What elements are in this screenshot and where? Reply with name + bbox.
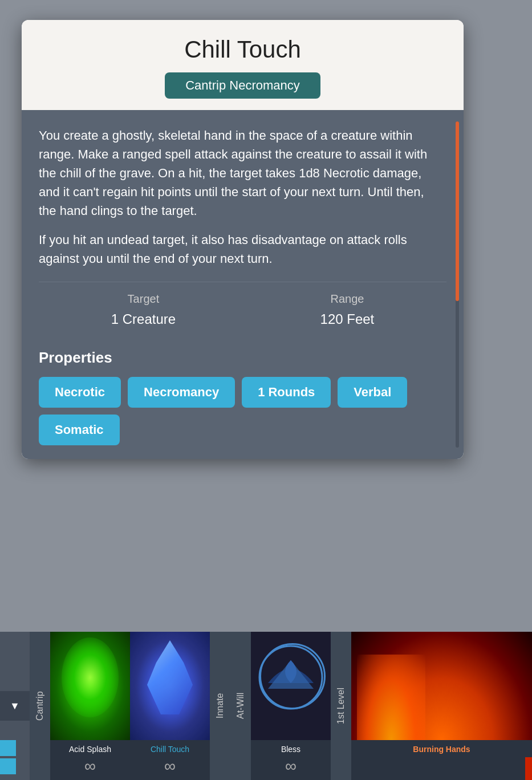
target-label: Target xyxy=(111,292,176,306)
spell-description: You create a ghostly, skeletal hand in t… xyxy=(39,126,446,268)
target-stat: Target 1 Creature xyxy=(111,292,176,327)
dropdown-icon: ▼ xyxy=(10,700,20,712)
spell-card-burning-hands[interactable]: Burning Hands xyxy=(351,632,532,780)
acid-splash-image xyxy=(50,632,130,740)
section-label-innate: Innate xyxy=(210,632,230,780)
description-area: You create a ghostly, skeletal hand in t… xyxy=(39,126,446,282)
description-paragraph-1: You create a ghostly, skeletal hand in t… xyxy=(39,126,435,220)
blue-square-1[interactable] xyxy=(0,740,16,756)
chill-touch-image xyxy=(130,632,210,740)
scrollbar-thumb[interactable] xyxy=(456,121,459,301)
blue-squares xyxy=(0,740,16,774)
section-label-atwill: At-Will xyxy=(230,632,251,780)
tag-necrotic[interactable]: Necrotic xyxy=(39,377,121,408)
acid-splash-name: Acid Splash xyxy=(69,745,111,754)
target-value: 1 Creature xyxy=(111,311,176,327)
modal-header: Chill Touch Cantrip Necromancy xyxy=(22,20,464,110)
chill-touch-uses: ∞ xyxy=(164,757,176,775)
svg-point-0 xyxy=(259,646,322,709)
spell-title: Chill Touch xyxy=(33,36,452,63)
bless-uses: ∞ xyxy=(285,757,297,775)
spell-modal: Chill Touch Cantrip Necromancy You creat… xyxy=(22,20,464,459)
blue-square-2[interactable] xyxy=(0,758,16,774)
burning-hands-info: Burning Hands xyxy=(351,740,532,780)
section-label-1stlevel: 1st Level xyxy=(331,632,351,780)
range-stat: Range 120 Feet xyxy=(320,292,375,327)
properties-tags: Necrotic Necromancy 1 Rounds Verbal Soma… xyxy=(39,377,446,445)
acid-splash-uses: ∞ xyxy=(84,757,96,775)
chill-touch-name: Chill Touch xyxy=(151,745,189,754)
range-value: 120 Feet xyxy=(320,311,375,327)
acid-splash-info: Acid Splash ∞ xyxy=(50,740,130,780)
range-label: Range xyxy=(320,292,375,306)
description-paragraph-2: If you hit an undead target, it also has… xyxy=(39,230,435,268)
spell-tabs-container: Cantrip Acid Splash ∞ Chill Touch ∞ Inna… xyxy=(30,632,532,780)
modal-body: You create a ghostly, skeletal hand in t… xyxy=(22,110,464,459)
tag-somatic[interactable]: Somatic xyxy=(39,415,120,445)
spell-card-acid-splash[interactable]: Acid Splash ∞ xyxy=(50,632,130,780)
stats-row: Target 1 Creature Range 120 Feet xyxy=(39,282,446,343)
bless-info: Bless ∞ xyxy=(251,740,331,780)
properties-title: Properties xyxy=(39,349,446,367)
tag-necromancy[interactable]: Necromancy xyxy=(128,377,235,408)
burning-hands-image xyxy=(351,632,532,740)
bottom-bar: ▼ Cantrip Acid Splash ∞ Chill Touch ∞ In… xyxy=(0,632,532,780)
properties-section: Properties Necrotic Necromancy 1 Rounds … xyxy=(39,343,446,445)
spell-type-badge: Cantrip Necromancy xyxy=(165,72,320,99)
tag-verbal[interactable]: Verbal xyxy=(338,377,407,408)
chill-touch-info: Chill Touch ∞ xyxy=(130,740,210,780)
scrollbar-track[interactable] xyxy=(456,121,459,448)
spell-card-bless[interactable]: Bless ∞ xyxy=(251,632,331,780)
burning-hands-indicator xyxy=(525,757,532,780)
spell-card-chill-touch[interactable]: Chill Touch ∞ xyxy=(130,632,210,780)
bless-icon-svg xyxy=(251,632,331,740)
bless-name: Bless xyxy=(281,745,300,754)
dropdown-button[interactable]: ▼ xyxy=(0,691,30,721)
burning-hands-name: Burning Hands xyxy=(413,745,470,754)
bless-image xyxy=(251,632,331,740)
section-label-cantrip: Cantrip xyxy=(30,632,50,780)
tag-rounds[interactable]: 1 Rounds xyxy=(242,377,331,408)
